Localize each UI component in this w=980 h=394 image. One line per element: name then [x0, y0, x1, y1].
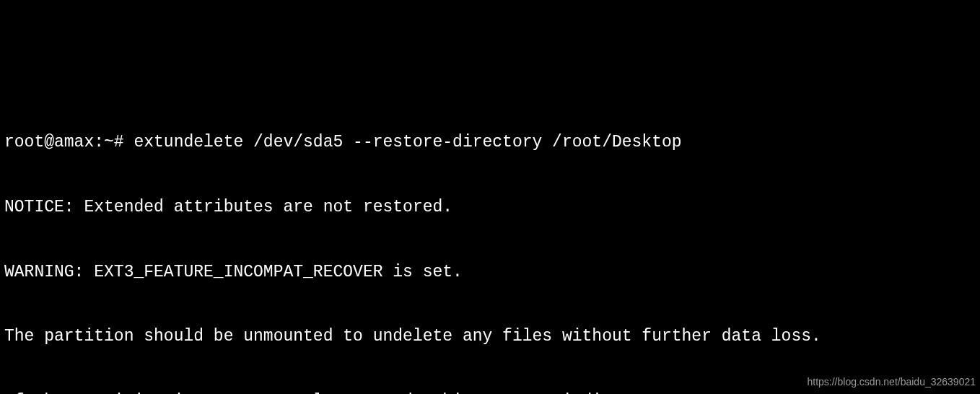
terminal-line: WARNING: EXT3_FEATURE_INCOMPAT_RECOVER i…	[4, 262, 976, 284]
watermark-text: https://blog.csdn.net/baidu_32639021	[807, 375, 976, 388]
terminal-line: If the partition is not currently mounte…	[4, 391, 976, 394]
terminal-line: NOTICE: Extended attributes are not rest…	[4, 197, 976, 219]
terminal-line: The partition should be unmounted to und…	[4, 326, 976, 348]
terminal-output[interactable]: root@amax:~# extundelete /dev/sda5 --res…	[4, 89, 976, 394]
terminal-line: root@amax:~# extundelete /dev/sda5 --res…	[4, 132, 976, 154]
